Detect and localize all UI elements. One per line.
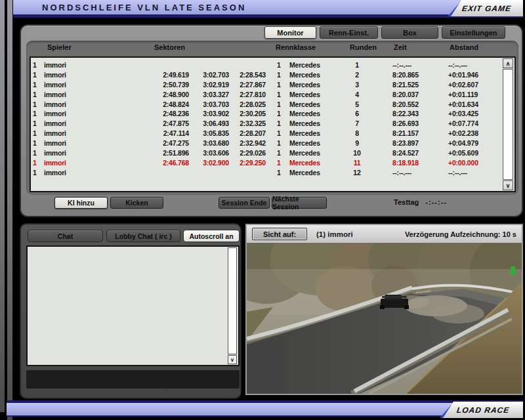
cell-class: Mercedes [289, 81, 320, 89]
cell-time: 8:22.343 [392, 110, 440, 117]
table-row[interactable]: 1 immori 2:51.896 3:03.606 2:29.026 1 Me… [31, 149, 501, 159]
game-window: NORDSCHLEIFE VLN LATE SEASON EXIT GAME M… [0, 0, 525, 420]
tab-box[interactable]: Box [381, 26, 438, 39]
left-stripe-outer [0, 0, 5, 412]
exit-game-button[interactable]: EXIT GAME [451, 0, 523, 16]
lobby-chat-tab[interactable]: Lobby Chat ( irc ) [106, 230, 180, 242]
naechste-session-label: Nächste Session [272, 195, 326, 211]
scroll-down-icon: ∨ [506, 182, 511, 189]
tab-box-label: Box [403, 29, 417, 37]
cell-class-pos: 1 [277, 139, 284, 147]
cell-player: immori [44, 139, 66, 147]
cell-sector2: 3:02.919 [191, 81, 229, 89]
cell-lap: 6 [337, 110, 377, 117]
cell-sector2: 3:03.327 [191, 91, 229, 98]
cell-player: immori [44, 149, 66, 157]
chat-scrollbar-thumb[interactable] [228, 247, 237, 354]
chat-scrollbar[interactable]: ∨ [228, 247, 238, 364]
scroll-up-button[interactable]: ∧ [503, 58, 513, 68]
cell-sector1: 2:51.896 [151, 149, 189, 157]
table-row[interactable]: 1 immori 1 Mercedes 1 --:--.--- --:--.--… [31, 61, 501, 71]
table-row[interactable]: 1 immori 2:50.739 3:02.919 2:27.867 1 Me… [31, 81, 501, 91]
cell-class-pos: 1 [277, 169, 284, 177]
ki-hinzu-label: KI hinzu [68, 199, 94, 207]
cell-position: 1 [33, 169, 42, 177]
tab-monitor[interactable]: Monitor [264, 26, 316, 39]
cell-sector3: 2:32.325 [228, 119, 266, 127]
table-row[interactable]: 1 immori 2:47.875 3:06.493 2:32.325 1 Me… [31, 119, 501, 129]
left-stripe-inner [7, 0, 12, 420]
naechste-session-button[interactable]: Nächste Session [272, 197, 327, 209]
cell-lap: 10 [337, 149, 377, 157]
cell-sector1: 2:49.619 [151, 71, 189, 79]
cell-sector3: 2:28.207 [228, 129, 266, 137]
cell-class: Mercedes [289, 129, 320, 137]
cell-time: 8:26.693 [392, 119, 440, 127]
table-scrollbar[interactable]: ∧ ∨ [503, 58, 514, 190]
cell-class-pos: 1 [277, 100, 284, 108]
cell-position: 1 [33, 100, 42, 108]
chat-scroll-down-button[interactable]: ∨ [228, 355, 237, 364]
cell-class: Mercedes [289, 91, 320, 98]
tab-einstellungen[interactable]: Einstellungen [442, 26, 505, 39]
table-row[interactable]: 1 immori 2:46.768 3:02.900 2:29.250 1 Me… [31, 159, 501, 169]
cell-sector1: 2:48.236 [151, 110, 189, 117]
chat-tab-label: Chat [58, 232, 73, 240]
scroll-down-button[interactable]: ∨ [503, 180, 513, 190]
cell-class: Mercedes [289, 159, 320, 167]
cell-position: 1 [33, 110, 42, 117]
cell-gap: +0:05.609 [448, 149, 501, 157]
cell-sector3: 2:32.942 [228, 139, 266, 147]
cell-sector1: 2:50.739 [151, 81, 189, 89]
cell-position: 1 [33, 139, 42, 147]
table-row[interactable]: 1 immori 2:47.114 3:05.835 2:28.207 1 Me… [31, 129, 501, 139]
cell-player: immori [44, 61, 66, 69]
cell-sector3: 2:29.026 [228, 149, 266, 157]
cell-time: 8:24.527 [392, 149, 440, 157]
kicken-button[interactable]: Kicken [110, 197, 163, 209]
cell-gap: --:--.--- [448, 169, 501, 177]
cell-class: Mercedes [289, 61, 320, 69]
table-row[interactable]: 1 immori 2:47.275 3:03.680 2:32.942 1 Me… [31, 139, 501, 149]
cell-sector2: 3:02.900 [191, 159, 229, 167]
cell-time: 8:23.897 [392, 139, 440, 147]
table-row[interactable]: 1 immori 2:48.824 3:03.703 2:28.025 1 Me… [31, 100, 501, 110]
table-scrollbar-thumb[interactable] [503, 69, 513, 180]
cell-player: immori [44, 110, 66, 117]
table-rows: 1 immori 1 Mercedes 1 --:--.--- --:--.--… [31, 61, 501, 178]
cell-player: immori [44, 169, 66, 177]
table-row[interactable]: 1 immori 1 Mercedes 12 --:--.--- --:--.-… [31, 169, 501, 178]
cell-position: 1 [33, 81, 42, 89]
table-row[interactable]: 1 immori 2:48.900 3:03.327 2:27.810 1 Me… [31, 91, 501, 100]
cell-position: 1 [33, 91, 42, 98]
cell-gap: +0:01.634 [448, 100, 501, 108]
cell-lap: 12 [337, 169, 377, 177]
chat-scroll-down-icon: ∨ [230, 357, 234, 363]
cell-lap: 5 [337, 100, 377, 108]
ki-hinzu-button[interactable]: KI hinzu [54, 197, 108, 209]
chat-tab[interactable]: Chat [28, 230, 103, 242]
scroll-up-icon: ∧ [506, 60, 511, 67]
table-row[interactable]: 1 immori 2:48.236 3:03.902 2:30.205 1 Me… [31, 110, 501, 119]
cell-player: immori [44, 129, 66, 137]
kicken-label: Kicken [125, 199, 148, 207]
cell-sector3: 2:30.205 [228, 110, 266, 117]
cell-sector2: 3:02.703 [191, 71, 229, 79]
cell-lap: 2 [337, 71, 377, 79]
cell-player: immori [44, 119, 66, 127]
table-row[interactable]: 1 immori 2:49.619 3:02.703 2:28.543 1 Me… [31, 71, 501, 81]
session-ende-button[interactable]: Session Ende [219, 197, 270, 209]
cell-player: immori [44, 159, 66, 167]
cell-class: Mercedes [289, 169, 320, 177]
cell-time: --:--.--- [392, 61, 440, 69]
cell-class-pos: 1 [277, 61, 284, 69]
cell-class: Mercedes [289, 139, 320, 147]
viewer-header: Sicht auf: (1) immori Verzögerung Aufzei… [247, 225, 522, 243]
cell-sector1: 2:47.114 [151, 129, 189, 137]
tab-renn-einst[interactable]: Renn-Einst. [320, 26, 378, 39]
load-race-button[interactable]: LOAD RACE [443, 402, 523, 418]
autoscroll-toggle[interactable]: Autoscroll an [183, 230, 240, 242]
cell-sector1: 2:48.900 [151, 91, 189, 98]
sicht-auf-button[interactable]: Sicht auf: [252, 228, 307, 240]
chat-input[interactable] [26, 370, 240, 388]
